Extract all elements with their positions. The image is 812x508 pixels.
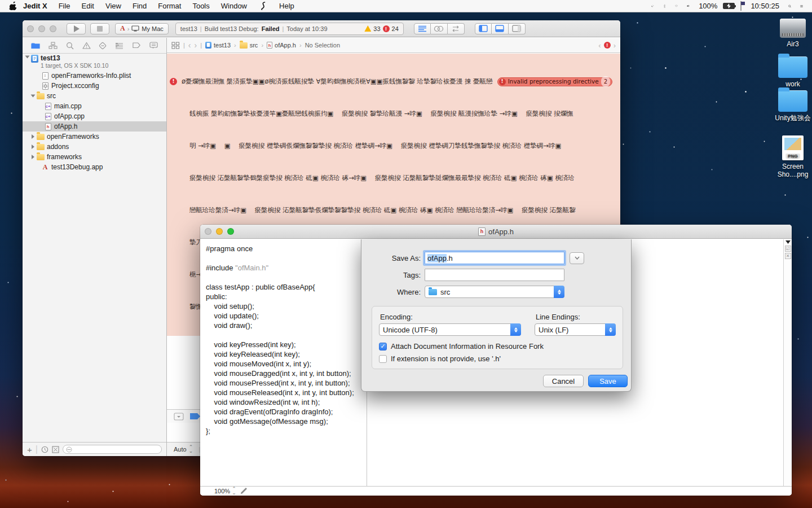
- phone-status-icon[interactable]: [648, 2, 657, 10]
- debug-navigator-tab-icon[interactable]: [115, 42, 123, 49]
- zoom-level[interactable]: 100%: [214, 488, 230, 494]
- jedit-titlebar[interactable]: h ofApp.h: [200, 225, 792, 239]
- cancel-button[interactable]: Cancel: [543, 375, 584, 387]
- navigator-filter-field[interactable]: [63, 445, 162, 454]
- extension-option[interactable]: If extension is not provide, use '.h': [379, 354, 501, 363]
- disclosure-triangle-icon[interactable]: [32, 134, 34, 139]
- search-navigator-tab-icon[interactable]: [66, 42, 74, 50]
- disclosure-triangle-icon[interactable]: [31, 95, 36, 98]
- breadcrumb-file[interactable]: h ofApp.h: [267, 42, 296, 49]
- menu-find[interactable]: Find: [127, 2, 152, 10]
- menu-help[interactable]: Help: [273, 2, 300, 10]
- notification-center-icon[interactable]: [797, 2, 806, 10]
- menu-view[interactable]: View: [100, 2, 127, 10]
- project-navigator-tab-icon[interactable]: [31, 42, 40, 49]
- menu-format[interactable]: Format: [152, 2, 187, 10]
- zoom-button[interactable]: [50, 25, 56, 32]
- forward-button[interactable]: ›: [195, 41, 197, 50]
- code-editor[interactable]: #pragma once #include "ofMain.h" class t…: [200, 239, 367, 486]
- menu-bar-clock[interactable]: 10:50:25: [747, 2, 783, 10]
- recent-files-filter-icon[interactable]: [41, 446, 48, 453]
- menu-tools[interactable]: Tools: [187, 2, 215, 10]
- menu-file[interactable]: File: [53, 2, 76, 10]
- tree-row-app[interactable]: A test13Debug.app: [23, 162, 166, 172]
- tree-row-project[interactable]: test13 1 target, OS X SDK 10.10: [23, 54, 166, 71]
- zoom-stepper-icon[interactable]: ⌃⌄: [232, 487, 236, 495]
- related-items-icon[interactable]: [171, 42, 180, 49]
- warning-count[interactable]: 33: [373, 25, 380, 32]
- assistant-editor-button[interactable]: [431, 23, 448, 34]
- line-endings-popup[interactable]: Unix (LF): [535, 323, 616, 336]
- spotlight-icon[interactable]: [785, 2, 795, 10]
- tree-row-ofapp-cpp[interactable]: c+ ofApp.cpp: [23, 111, 166, 121]
- previous-issue-button[interactable]: ‹: [598, 41, 601, 50]
- wifi-status-icon[interactable]: [672, 2, 681, 10]
- active-app-name[interactable]: Jedit X: [17, 2, 53, 10]
- error-count-badge[interactable]: 2: [601, 76, 610, 87]
- menu-edit[interactable]: Edit: [76, 2, 100, 10]
- expand-sheet-button[interactable]: [570, 252, 584, 264]
- disclosure-triangle-icon[interactable]: [25, 56, 30, 59]
- desktop-icon-air3[interactable]: Air3: [769, 19, 812, 48]
- save-button[interactable]: Save: [588, 375, 628, 387]
- tree-row-src[interactable]: src: [23, 91, 166, 101]
- breakpoint-navigator-tab-icon[interactable]: [132, 42, 141, 49]
- tree-row-main-cpp[interactable]: c+ main.cpp: [23, 101, 166, 111]
- warning-icon[interactable]: [364, 25, 371, 32]
- menu-window[interactable]: Window: [215, 2, 253, 10]
- battery-icon[interactable]: [723, 3, 735, 9]
- checkbox-unchecked-icon[interactable]: [379, 355, 387, 363]
- apple-menu-icon[interactable]: [8, 2, 17, 10]
- edit-pencil-icon[interactable]: [240, 488, 248, 494]
- stepper-icon[interactable]: ⌃⌄: [189, 445, 193, 453]
- checkbox-checked-icon[interactable]: ✓: [379, 343, 387, 351]
- disclosure-triangle-icon[interactable]: [32, 155, 34, 159]
- minimize-button[interactable]: [38, 25, 45, 32]
- next-issue-button[interactable]: ›: [614, 41, 616, 50]
- tree-row-plist[interactable]: ≡ openFrameworks-Info.plist: [23, 71, 166, 81]
- save-as-field[interactable]: ofApp.h: [425, 252, 564, 264]
- tree-row-ofapp-h[interactable]: h ofApp.h: [23, 121, 166, 132]
- breadcrumb-folder[interactable]: src: [240, 42, 258, 49]
- add-button[interactable]: +: [27, 445, 32, 454]
- issue-navigator-tab-icon[interactable]: [82, 42, 91, 49]
- standard-editor-button[interactable]: [414, 23, 431, 34]
- tree-row-frameworks[interactable]: frameworks: [23, 152, 166, 162]
- stop-button[interactable]: [90, 23, 109, 34]
- line-error-icon[interactable]: !: [170, 78, 177, 85]
- volume-status-icon[interactable]: [683, 2, 693, 10]
- tree-row-xcconfig[interactable]: Project.xcconfig: [23, 81, 166, 91]
- bluetooth-status-icon[interactable]: [660, 2, 669, 10]
- back-button[interactable]: ‹: [188, 41, 191, 50]
- breadcrumb-project[interactable]: test13: [205, 42, 231, 49]
- error-count[interactable]: 24: [392, 25, 399, 32]
- close-strip-icon[interactable]: ✕: [785, 253, 791, 259]
- tags-field[interactable]: [425, 269, 564, 281]
- desktop-icon-screenshot[interactable]: PNG Screen Sho....png: [769, 135, 812, 178]
- close-button[interactable]: [27, 25, 34, 32]
- version-editor-button[interactable]: [448, 23, 465, 34]
- debug-area-toggle-button[interactable]: [492, 23, 509, 34]
- desktop-icon-unity[interactable]: Unity勉強会: [769, 90, 812, 122]
- script-menu-icon[interactable]: [258, 2, 268, 10]
- utilities-toggle-button[interactable]: [509, 23, 526, 34]
- scheme-selector[interactable]: A › My Mac: [115, 23, 169, 34]
- where-popup[interactable]: src: [425, 286, 564, 298]
- run-button[interactable]: [67, 23, 86, 34]
- input-source-flag-icon[interactable]: [737, 2, 745, 10]
- test-navigator-tab-icon[interactable]: [99, 42, 107, 50]
- disclosure-triangle-icon[interactable]: [32, 144, 34, 149]
- breadcrumb-selection[interactable]: No Selection: [305, 42, 340, 49]
- error-icon[interactable]: !: [383, 25, 390, 32]
- resource-fork-option[interactable]: ✓ Attach Document Information in Resourc…: [379, 342, 544, 351]
- encoding-popup[interactable]: Unicode (UTF-8): [379, 323, 521, 336]
- scm-filter-icon[interactable]: [52, 446, 59, 453]
- variables-view-mode[interactable]: Auto: [174, 446, 187, 453]
- tree-row-openframeworks[interactable]: openFrameworks: [23, 132, 166, 142]
- symbol-navigator-tab-icon[interactable]: [48, 42, 58, 49]
- breakpoint-toggle-icon[interactable]: [189, 413, 201, 420]
- inline-error-banner[interactable]: ! Invalid preprocessing directive 2: [497, 77, 612, 86]
- desktop-icon-work[interactable]: work: [769, 56, 812, 88]
- navigator-toggle-button[interactable]: [475, 23, 492, 34]
- mark-icon[interactable]: ☑: [785, 246, 791, 252]
